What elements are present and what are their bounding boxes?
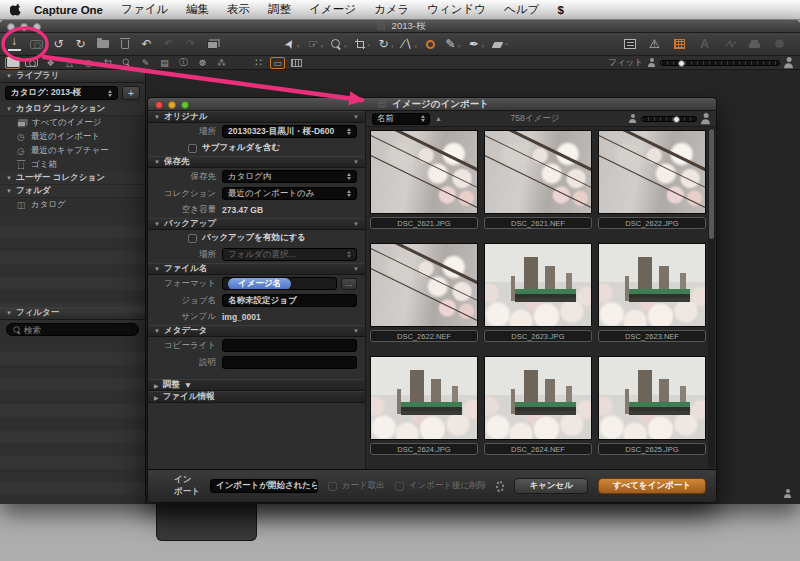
thumbnail-cell[interactable]: DSC_2624.NEF — [484, 356, 592, 455]
import-all-button[interactable]: すべてをインポート — [598, 478, 706, 494]
thumbnail-image[interactable] — [598, 243, 706, 327]
fit-label[interactable]: フィット — [608, 57, 643, 69]
large-person-icon[interactable] — [700, 113, 711, 124]
window-title-bar[interactable]: ▤ 2013-桜 — [0, 20, 800, 33]
menu-image[interactable]: イメージ — [300, 2, 365, 17]
job-name-input[interactable] — [228, 296, 351, 306]
pen-tool[interactable]: ✒▾ — [468, 38, 485, 50]
tab-metadata[interactable]: ▤ — [157, 57, 172, 69]
thumb-slider-track[interactable] — [641, 116, 697, 122]
library-header[interactable]: ▼ライブラリ — [0, 70, 145, 83]
keystone-tool[interactable]: ∕∖▾ — [401, 38, 418, 50]
tab-lens[interactable]: ◎ — [81, 57, 96, 69]
rotation-tool[interactable]: ↻▾ — [377, 38, 394, 50]
menu-adjust[interactable]: 調整 — [259, 2, 300, 17]
section-backup[interactable]: ▼バックアップ▼ — [148, 218, 365, 230]
menu-help[interactable]: ヘルプ — [495, 2, 548, 17]
thumbnail-image[interactable] — [370, 356, 478, 440]
thumbnail-filename[interactable]: DSC_2622.NEF — [370, 330, 478, 342]
sidebar-item-recent-imports[interactable]: ◷最近のインポート — [0, 130, 145, 144]
trash-icon[interactable] — [118, 40, 131, 49]
scrollbar-thumb[interactable] — [709, 129, 714, 239]
thumbnail-filename[interactable]: DSC_2623.JPG — [484, 330, 592, 342]
settings-gear-icon[interactable]: ☸ — [773, 38, 786, 50]
description-input[interactable] — [228, 358, 351, 368]
copy-adjustments-icon[interactable] — [206, 40, 219, 48]
section-naming[interactable]: ▼ファイル名▼ — [148, 263, 365, 275]
section-original[interactable]: ▼オリジナル▼ — [148, 111, 365, 123]
thumbnail-image[interactable] — [598, 356, 706, 440]
thumbnail-cell[interactable]: DSC_2622.NEF — [370, 243, 478, 342]
thumbnail-filename[interactable]: DSC_2623.NEF — [598, 330, 706, 342]
tethered-capture-icon[interactable] — [30, 40, 43, 49]
view-single-button[interactable]: ▭ — [270, 57, 285, 69]
cancel-button[interactable]: キャンセル — [514, 478, 588, 494]
crop-tool[interactable]: ▾ — [354, 39, 371, 49]
catalog-select[interactable]: カタログ: 2013-桜 — [5, 86, 118, 100]
thumbnail-image[interactable] — [484, 243, 592, 327]
menu-script[interactable]: $ — [548, 4, 572, 16]
tab-capture[interactable] — [24, 57, 39, 69]
user-collections-header[interactable]: ▼ユーザー コレクション — [0, 172, 145, 185]
thumbnail-image[interactable] — [598, 130, 706, 214]
thumbnail-image[interactable] — [484, 130, 592, 214]
tab-details[interactable] — [119, 57, 134, 69]
thumbnail-cell[interactable]: DSC_2621.NEF — [484, 130, 592, 229]
zoom-button[interactable] — [33, 23, 41, 31]
browser-scrollbar[interactable] — [708, 128, 715, 468]
thumbnail-image[interactable] — [370, 130, 478, 214]
tab-color[interactable]: ❖ — [43, 57, 58, 69]
menu-file[interactable]: ファイル — [112, 2, 177, 17]
menu-camera[interactable]: カメラ — [365, 2, 418, 17]
annotations-icon[interactable]: A — [698, 38, 711, 50]
dialog-zoom-button[interactable] — [181, 101, 189, 109]
tab-exposure[interactable]: △ — [62, 57, 77, 69]
include-subfolders-checkbox[interactable] — [188, 144, 197, 153]
menu-view[interactable]: 表示 — [218, 2, 259, 17]
section-metadata[interactable]: ▼メタデータ▼ — [148, 325, 365, 337]
collapse-icon[interactable]: ▼ — [184, 380, 192, 390]
collapse-icon[interactable]: ▼ — [353, 221, 359, 227]
thumbnail-filename[interactable]: DSC_2621.JPG — [370, 217, 478, 229]
dialog-title-bar[interactable]: ▤ イメージのインポート — [148, 98, 716, 111]
apple-icon[interactable] — [10, 3, 23, 17]
tab-process[interactable]: ☸ — [195, 57, 210, 69]
delete-after-import-checkbox[interactable] — [395, 482, 404, 491]
sort-select[interactable]: 名前 — [372, 113, 430, 125]
store-select[interactable]: カタログ内 — [222, 170, 357, 183]
sidebar-item-all-images[interactable]: すべてのイメージ — [0, 116, 145, 130]
undo-icon[interactable]: ↶ — [140, 38, 153, 50]
fullscreen-arrows-icon[interactable]: ↗↙ — [723, 39, 736, 49]
zoom-slider-thumb[interactable] — [678, 60, 685, 67]
rotate-cw-icon[interactable]: ↻ — [74, 38, 87, 50]
section-file-info[interactable]: ▶ファイル情報 — [148, 391, 365, 403]
eject-card-checkbox[interactable] — [328, 482, 337, 491]
sidebar-item-catalog-folder[interactable]: ◫カタログ — [0, 198, 145, 212]
thumbnail-cell[interactable]: DSC_2621.JPG — [370, 130, 478, 229]
format-field[interactable]: イメージ名 — [222, 277, 337, 290]
thumbnail-cell[interactable]: DSC_2625.JPG — [598, 356, 706, 455]
tab-output[interactable]: ⁂ — [214, 57, 229, 69]
dialog-minimize-button[interactable] — [168, 101, 176, 109]
sidebar-item-trash[interactable]: ゴミ箱 — [0, 158, 145, 172]
zoom-out-person-icon[interactable] — [647, 58, 656, 67]
collapse-icon[interactable]: ▼ — [353, 159, 359, 165]
after-import-select[interactable]: インポートが開始されたらコレクシ… — [210, 479, 318, 493]
tab-library[interactable] — [5, 57, 20, 69]
copyright-input[interactable] — [228, 341, 351, 351]
collapse-icon[interactable]: ▼ — [353, 114, 359, 120]
view-grid-button[interactable]: ∷ — [251, 57, 266, 69]
enable-backup-checkbox[interactable] — [188, 234, 197, 243]
dialog-close-button[interactable] — [155, 101, 163, 109]
exposure-panel-icon[interactable] — [623, 39, 636, 49]
tab-crop[interactable] — [100, 57, 115, 69]
exposure-warning-icon[interactable]: ⚠ — [648, 38, 661, 50]
add-catalog-button[interactable]: + — [122, 86, 140, 100]
minimize-button[interactable] — [20, 23, 28, 31]
thumbnail-cell[interactable]: DSC_2623.JPG — [484, 243, 592, 342]
thumbnail-image[interactable] — [370, 243, 478, 327]
thumbnail-cell[interactable]: DSC_2623.NEF — [598, 243, 706, 342]
draw-mask-tool[interactable]: ✎▾ — [444, 38, 461, 50]
thumbnail-filename[interactable]: DSC_2621.NEF — [484, 217, 592, 229]
format-token[interactable]: イメージ名 — [228, 278, 291, 290]
